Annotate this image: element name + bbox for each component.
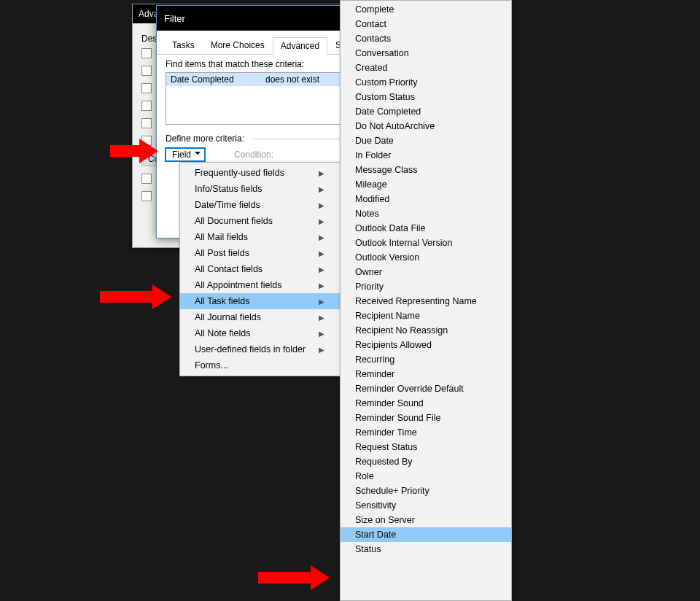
chevron-right-icon: ▶ [319, 282, 324, 290]
chevron-right-icon: ▶ [319, 314, 324, 322]
annotation-arrow-icon [100, 284, 179, 309]
menu-item-label: All Post fields [195, 248, 249, 258]
task-field-item[interactable]: Modified [341, 192, 511, 206]
criteria-field: Date Completed [171, 74, 265, 85]
task-field-item[interactable]: Reminder [341, 367, 511, 381]
chevron-right-icon: ▶ [319, 169, 324, 177]
task-field-item[interactable]: Request Status [341, 440, 511, 454]
chevron-right-icon: ▶ [319, 298, 324, 306]
field-category-item[interactable]: All Contact fields▶ [180, 261, 341, 277]
forms-menu-item[interactable]: Forms... [180, 357, 341, 373]
task-field-item[interactable]: In Folder [341, 148, 511, 163]
task-field-item[interactable]: Recipient Name [341, 309, 511, 323]
menu-item-label: All Contact fields [195, 264, 262, 274]
task-field-item[interactable]: Contact [341, 17, 511, 31]
task-field-item[interactable]: Recurring [341, 352, 511, 367]
tab-advanced[interactable]: Advanced [273, 37, 327, 55]
menu-item-label: Frequently-used fields [195, 168, 284, 178]
chevron-right-icon: ▶ [319, 346, 324, 354]
bg-checkbox[interactable] [141, 118, 152, 128]
task-field-item[interactable]: Reminder Override Default [341, 381, 511, 396]
task-field-item[interactable]: Date Completed [341, 104, 511, 119]
field-category-item[interactable]: All Note fields▶ [180, 325, 341, 341]
field-category-item[interactable]: Date/Time fields▶ [180, 197, 341, 213]
field-category-item[interactable]: Info/Status fields▶ [180, 181, 341, 197]
task-field-item[interactable]: Conversation [341, 46, 511, 61]
task-field-item[interactable]: Requested By [341, 454, 511, 469]
bg-checkbox[interactable] [141, 174, 152, 184]
menu-item-label: All Mail fields [195, 232, 248, 242]
task-field-item[interactable]: Outlook Data File [341, 221, 511, 236]
task-field-item[interactable]: Reminder Time [341, 425, 511, 440]
task-field-item[interactable]: Recipients Allowed [341, 338, 511, 352]
tab-tasks[interactable]: Tasks [164, 36, 203, 54]
field-category-item[interactable]: All Journal fields▶ [180, 309, 341, 325]
task-field-item[interactable]: Reminder Sound File [341, 411, 511, 425]
condition-label: Condition: [234, 150, 273, 160]
field-category-item[interactable]: All Task fields▶ [180, 293, 341, 309]
task-field-item[interactable]: Schedule+ Priority [341, 484, 511, 498]
menu-item-label: All Journal fields [195, 312, 261, 322]
field-category-item[interactable]: User-defined fields in folder▶ [180, 341, 341, 357]
menu-item-label: Info/Status fields [195, 184, 262, 194]
task-field-item[interactable]: Message Class [341, 163, 511, 177]
annotation-arrow-icon [110, 139, 166, 163]
menu-item-label: All Appointment fields [195, 280, 282, 290]
task-field-item[interactable]: Recipient No Reassign [341, 323, 511, 338]
find-items-label: Find items that match these criteria: [166, 59, 304, 69]
task-field-item[interactable]: Do Not AutoArchive [341, 119, 511, 133]
chevron-right-icon: ▶ [319, 249, 324, 257]
task-field-item[interactable]: Created [341, 61, 511, 75]
chevron-right-icon: ▶ [319, 265, 324, 274]
task-field-item[interactable]: Received Representing Name [341, 294, 511, 309]
task-field-item[interactable]: Custom Priority [341, 75, 511, 90]
task-field-item[interactable]: Custom Status [341, 90, 511, 104]
task-field-item[interactable]: Complete [341, 2, 511, 17]
chevron-right-icon: ▶ [319, 185, 324, 193]
bg-checkbox[interactable] [141, 83, 152, 93]
annotation-arrow-icon [258, 565, 337, 590]
task-field-item[interactable]: Mileage [341, 177, 511, 192]
task-field-item[interactable]: Reminder Sound [341, 396, 511, 411]
field-category-item[interactable]: All Mail fields▶ [180, 229, 341, 245]
tab-more-choices[interactable]: More Choices [203, 36, 273, 54]
chevron-right-icon: ▶ [319, 217, 324, 225]
menu-item-label: All Task fields [195, 296, 250, 306]
chevron-right-icon: ▶ [319, 330, 324, 338]
chevron-right-icon: ▶ [319, 201, 324, 209]
task-field-item[interactable]: Size on Server [341, 513, 511, 527]
menu-item-label: User-defined fields in folder [195, 344, 306, 354]
task-field-item[interactable]: Notes [341, 206, 511, 221]
field-category-item[interactable]: All Document fields▶ [180, 213, 341, 229]
field-category-menu[interactable]: Frequently-used fields▶Info/Status field… [179, 162, 341, 376]
menu-item-label: Date/Time fields [195, 200, 260, 210]
task-fields-menu[interactable]: CompleteContactContactsConversationCreat… [340, 0, 512, 601]
task-field-item[interactable]: Contacts [341, 31, 511, 46]
task-field-item[interactable]: Owner [341, 265, 511, 279]
menu-item-label: Forms... [195, 360, 228, 371]
task-field-item[interactable]: Due Date [341, 133, 511, 148]
field-category-item[interactable]: All Post fields▶ [180, 245, 341, 261]
task-field-item[interactable]: Outlook Internal Version [341, 236, 511, 250]
criteria-condition: does not exist [265, 74, 319, 85]
field-category-item[interactable]: All Appointment fields▶ [180, 277, 341, 293]
bg-checkbox[interactable] [141, 48, 152, 58]
bg-checkbox[interactable] [141, 191, 152, 201]
menu-item-label: All Note fields [195, 328, 250, 338]
task-field-item[interactable]: Status [341, 542, 511, 557]
task-field-item[interactable]: Priority [341, 279, 511, 294]
bg-checkbox[interactable] [141, 101, 152, 111]
task-field-item[interactable]: Outlook Version [341, 250, 511, 265]
task-field-item[interactable]: Sensitivity [341, 498, 511, 513]
task-field-item[interactable]: Role [341, 469, 511, 484]
chevron-right-icon: ▶ [319, 233, 324, 241]
field-category-item[interactable]: Frequently-used fields▶ [180, 165, 341, 181]
task-field-item[interactable]: Start Date [341, 527, 511, 542]
bg-checkbox[interactable] [141, 66, 152, 76]
menu-item-label: All Document fields [195, 216, 273, 226]
field-dropdown-button[interactable]: Field [166, 148, 205, 161]
